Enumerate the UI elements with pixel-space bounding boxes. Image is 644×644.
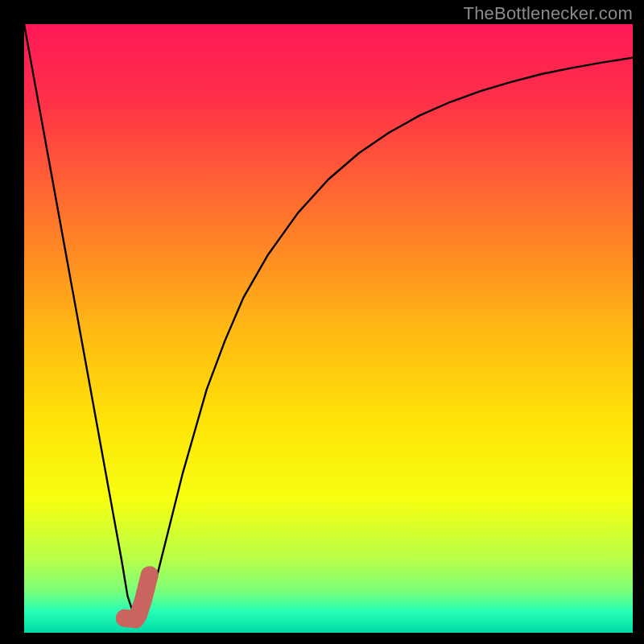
chart-frame: TheBottlenecker.com — [0, 0, 644, 644]
gradient-background — [24, 24, 633, 633]
plot-area — [24, 24, 633, 633]
watermark-text: TheBottlenecker.com — [464, 3, 633, 24]
bottleneck-chart — [24, 24, 633, 633]
